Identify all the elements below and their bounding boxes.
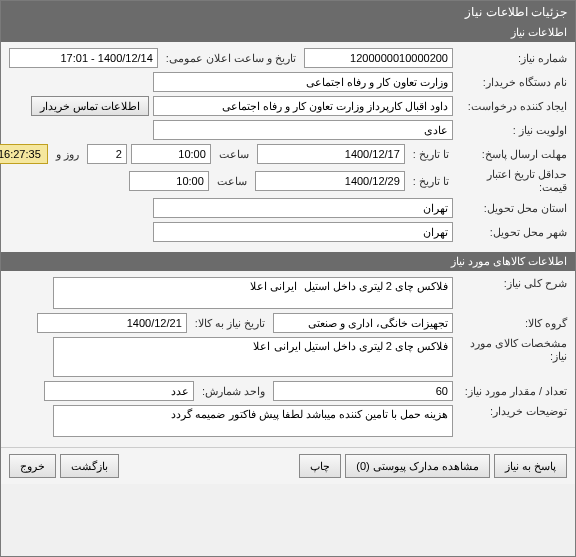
need-date-label: تاریخ نیاز به کالا: [191, 317, 269, 330]
delivery-city-label: شهر محل تحویل: [457, 226, 567, 239]
unit-input[interactable] [44, 381, 194, 401]
goods-form: شرح کلی نیاز: گروه کالا: تاریخ نیاز به ک… [1, 271, 575, 447]
group-input[interactable] [273, 313, 453, 333]
need-info-form: شماره نیاز: تاریخ و ساعت اعلان عمومی: نا… [1, 42, 575, 252]
buyer-label: نام دستگاه خریدار: [457, 76, 567, 89]
qty-label: تعداد / مقدار مورد نیاز: [457, 385, 567, 398]
time-label-1: ساعت [215, 148, 253, 161]
reply-date-input[interactable] [257, 144, 405, 164]
delivery-province-input[interactable] [153, 198, 453, 218]
requester-input[interactable] [153, 96, 453, 116]
group-label: گروه کالا: [457, 317, 567, 330]
section-goods-header: اطلاعات کالاهای مورد نیاز [1, 252, 575, 271]
window-title: جزئیات اطلاعات نیاز [465, 5, 567, 19]
time-label-2: ساعت [213, 175, 251, 188]
announce-input[interactable] [9, 48, 158, 68]
price-date-input[interactable] [255, 171, 405, 191]
announce-label: تاریخ و ساعت اعلان عمومی: [162, 52, 300, 65]
delivery-city-input[interactable] [153, 222, 453, 242]
attachments-button[interactable]: مشاهده مدارک پیوستی (0) [345, 454, 490, 478]
priority-input[interactable] [153, 120, 453, 140]
countdown-box: 16:27:35 [0, 144, 48, 164]
print-button[interactable]: چاپ [299, 454, 341, 478]
back-button[interactable]: بازگشت [60, 454, 119, 478]
spec-textarea[interactable] [53, 337, 453, 377]
buyer-notes-textarea[interactable] [53, 405, 453, 437]
unit-label: واحد شمارش: [198, 385, 269, 398]
buyer-input[interactable] [153, 72, 453, 92]
requester-label: ایجاد کننده درخواست: [457, 100, 567, 113]
need-no-input[interactable] [304, 48, 453, 68]
to-date-label-1: تا تاریخ : [409, 148, 453, 161]
need-date-input[interactable] [37, 313, 187, 333]
footer-toolbar: پاسخ به نیاز مشاهده مدارک پیوستی (0) چاپ… [1, 447, 575, 484]
days-input[interactable] [87, 144, 127, 164]
exit-button[interactable]: خروج [9, 454, 56, 478]
buyer-notes-label: توضیحات خریدار: [457, 405, 567, 418]
content: اطلاعات نیاز شماره نیاز: تاریخ و ساعت اع… [1, 23, 575, 484]
reply-deadline-label: مهلت ارسال پاسخ: [457, 148, 567, 161]
desc-textarea[interactable] [53, 277, 453, 309]
delivery-province-label: استان محل تحویل: [457, 202, 567, 215]
reply-button[interactable]: پاسخ به نیاز [494, 454, 567, 478]
need-no-label: شماره نیاز: [457, 52, 567, 65]
priority-label: اولویت نیاز : [457, 124, 567, 137]
to-date-label-2: تا تاریخ : [409, 175, 453, 188]
desc-label: شرح کلی نیاز: [457, 277, 567, 290]
qty-input[interactable] [273, 381, 453, 401]
contact-buyer-button[interactable]: اطلاعات تماس خریدار [31, 96, 149, 116]
price-validity-label: حداقل تاریخ اعتبار قیمت: [457, 168, 567, 194]
section-need-info-header: اطلاعات نیاز [1, 23, 575, 42]
days-label: روز و [52, 148, 83, 161]
price-time-input[interactable] [129, 171, 209, 191]
spec-label: مشخصات کالای مورد نیاز: [457, 337, 567, 363]
titlebar: جزئیات اطلاعات نیاز [1, 1, 575, 23]
reply-time-input[interactable] [131, 144, 211, 164]
window: جزئیات اطلاعات نیاز اطلاعات نیاز شماره ن… [0, 0, 576, 557]
